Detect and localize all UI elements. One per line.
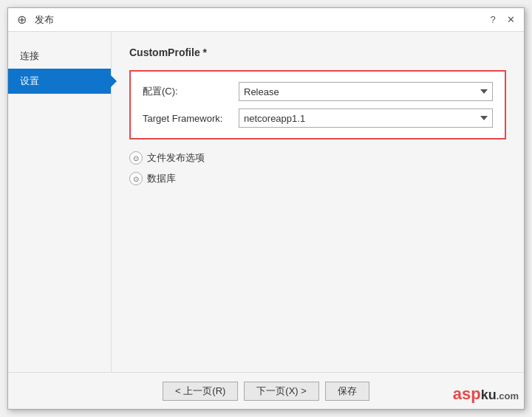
next-button[interactable]: 下一页(X) > <box>244 382 319 401</box>
config-label: 配置(C): <box>143 85 239 98</box>
collapse-icon-db: ⊙ <box>129 172 143 185</box>
database-section[interactable]: ⊙ 数据库 <box>129 172 506 185</box>
file-publish-section[interactable]: ⊙ 文件发布选项 <box>129 151 506 165</box>
framework-label: Target Framework: <box>143 113 239 124</box>
file-publish-label: 文件发布选项 <box>147 151 205 165</box>
title-bar-buttons: ? ✕ <box>485 13 518 27</box>
settings-box: 配置(C): Release Target Framework: netcore… <box>129 70 506 139</box>
framework-select[interactable]: netcoreapp1.1 <box>239 108 493 128</box>
sidebar: 连接 设置 <box>8 32 112 372</box>
collapse-icon-files: ⊙ <box>129 151 143 165</box>
config-row: 配置(C): Release <box>143 82 493 101</box>
dialog-window: ⊕ 发布 ? ✕ 连接 设置 CustomProfile * 配置(C): <box>7 7 525 410</box>
prev-button[interactable]: < 上一页(R) <box>163 382 238 401</box>
config-select[interactable]: Release <box>239 82 493 101</box>
framework-row: Target Framework: netcoreapp1.1 <box>143 108 493 128</box>
database-label: 数据库 <box>147 172 176 185</box>
profile-title: CustomProfile * <box>129 46 506 58</box>
close-button[interactable]: ✕ <box>503 13 518 27</box>
main-content: CustomProfile * 配置(C): Release Target Fr… <box>112 32 524 372</box>
title-bar: ⊕ 发布 ? ✕ <box>8 8 524 32</box>
window-title: 发布 <box>35 13 485 27</box>
dialog-body: 连接 设置 CustomProfile * 配置(C): Release <box>8 32 524 372</box>
sidebar-item-connection[interactable]: 连接 <box>8 44 111 69</box>
sidebar-item-settings[interactable]: 设置 <box>8 69 111 94</box>
save-button[interactable]: 保存 <box>325 382 369 401</box>
globe-icon: ⊕ <box>14 13 29 27</box>
dialog-footer: < 上一页(R) 下一页(X) > 保存 <box>8 372 524 409</box>
help-button[interactable]: ? <box>485 13 500 27</box>
